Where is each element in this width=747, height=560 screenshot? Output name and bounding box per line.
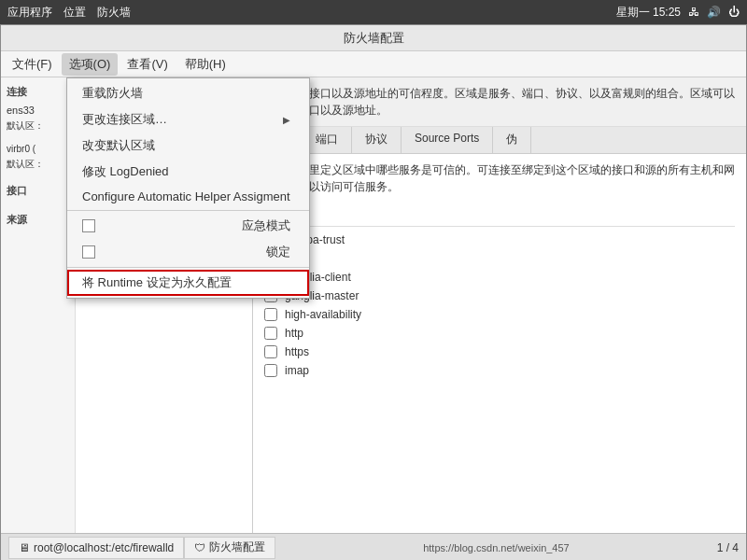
- firewall-menu[interactable]: 防火墙: [97, 5, 131, 21]
- services-column-header: 服务: [264, 203, 735, 227]
- menu-options[interactable]: 选项(O): [62, 53, 119, 76]
- menu-bar: 文件(F) 选项(O) 查看(V) 帮助(H): [1, 51, 746, 77]
- info-description: 络连接、接口以及源地址的可信程度。区域是服务、端口、协议、以及富规则的组合。区域…: [253, 77, 746, 127]
- tab-masquerade[interactable]: 伪: [493, 127, 531, 153]
- dropdown-overlay: 重载防火墙 更改连接区域… ▶ 改变默认区域 修改 LogDenied Conf…: [66, 77, 310, 299]
- system-bar: 应用程序 位置 防火墙 星期一 15:25 🖧 🔊 ⏻: [0, 0, 747, 24]
- terminal-label: root@localhost:/etc/firewalld: [34, 541, 174, 554]
- dropdown-lockdown[interactable]: 锁定: [67, 239, 309, 265]
- service-imap-label: imap: [285, 364, 309, 377]
- dropdown-change-zone[interactable]: 更改连接区域… ▶: [67, 106, 309, 133]
- dropdown-emergency[interactable]: 应急模式: [67, 213, 309, 239]
- menu-help[interactable]: 帮助(H): [177, 53, 233, 76]
- menu-view[interactable]: 查看(V): [120, 53, 175, 76]
- ens33-item[interactable]: ens33: [1, 103, 75, 118]
- main-window: 防火墙配置 文件(F) 选项(O) 查看(V) 帮助(H) 重载防火墙 更改连接…: [0, 24, 747, 560]
- dropdown-change-default[interactable]: 改变默认区域: [67, 133, 309, 159]
- services-panel: 可以在这里定义区域中哪些服务是可信的。可连接至绑定到这个区域的接口和源的所有主机…: [253, 154, 746, 533]
- dropdown-logdenied[interactable]: 修改 LogDenied: [67, 159, 309, 185]
- connection-title: 连接: [1, 81, 75, 103]
- service-high-availability: high-availability: [264, 305, 735, 324]
- service-imap: imap: [264, 361, 735, 380]
- options-dropdown: 重载防火墙 更改连接区域… ▶ 改变默认区域 修改 LogDenied Conf…: [66, 77, 310, 299]
- dropdown-make-permanent[interactable]: 将 Runtime 设定为永久配置: [67, 270, 309, 296]
- right-panel: 络连接、接口以及源地址的可信程度。区域是服务、端口、协议、以及富规则的组合。区域…: [253, 77, 746, 533]
- service-high-availability-checkbox[interactable]: [264, 308, 277, 321]
- dropdown-reload[interactable]: 重载防火墙: [67, 80, 309, 106]
- terminal-icon: 🖥: [19, 541, 30, 554]
- power-icon[interactable]: ⏻: [728, 6, 740, 19]
- service-http-label: http: [285, 327, 303, 340]
- status-url: https://blog.csdn.net/weixin_457: [275, 542, 716, 553]
- location-menu[interactable]: 位置: [63, 5, 86, 21]
- system-bar-right: 星期一 15:25 🖧 🔊 ⏻: [616, 5, 740, 21]
- service-https: https: [264, 343, 735, 361]
- tabs-bar: 服务 端口 协议 Source Ports 伪: [253, 127, 746, 154]
- service-http-checkbox[interactable]: [264, 327, 277, 340]
- lockdown-checkbox[interactable]: [82, 245, 95, 259]
- virbr0-item[interactable]: virbr0 (: [1, 142, 75, 156]
- service-high-availability-label: high-availability: [285, 308, 361, 321]
- default-zone-label1: 默认区：: [1, 118, 75, 134]
- tab-ports[interactable]: 端口: [303, 127, 352, 153]
- service-ftp: ftp: [264, 249, 735, 268]
- service-ganglia-master: ganglia-master: [264, 287, 735, 305]
- app-menu[interactable]: 应用程序: [7, 5, 52, 21]
- firewall-status-label: 防火墙配置: [209, 539, 265, 555]
- tab-source-ports[interactable]: Source Ports: [402, 127, 493, 153]
- default-zone-label2: 默认区：: [1, 156, 75, 173]
- services-description: 可以在这里定义区域中哪些服务是可信的。可连接至绑定到这个区域的接口和源的所有主机…: [264, 161, 735, 195]
- firewall-status[interactable]: 🛡 防火墙配置: [184, 537, 275, 559]
- emergency-checkbox[interactable]: [82, 219, 95, 232]
- service-freeipa-trust: freeipa-trust: [264, 231, 735, 249]
- datetime: 星期一 15:25: [616, 5, 681, 21]
- separator-1: [67, 210, 309, 211]
- service-imap-checkbox[interactable]: [264, 364, 277, 377]
- terminal-status[interactable]: 🖥 root@localhost:/etc/firewalld: [8, 537, 184, 559]
- interface-title: 接口: [1, 180, 75, 202]
- submenu-arrow: ▶: [283, 115, 290, 125]
- separator-2: [67, 267, 309, 268]
- service-http: http: [264, 324, 735, 343]
- volume-icon: 🔊: [707, 6, 721, 19]
- title-bar: 防火墙配置: [1, 25, 746, 51]
- firewall-status-icon: 🛡: [194, 541, 205, 554]
- status-pages: 1 / 4: [717, 541, 739, 554]
- window-title: 防火墙配置: [344, 30, 404, 47]
- menu-file[interactable]: 文件(F): [5, 53, 60, 76]
- service-https-checkbox[interactable]: [264, 345, 277, 358]
- service-ganglia-client: ganglia-client: [264, 268, 735, 287]
- source-title: 来源: [1, 209, 75, 231]
- left-panel: 连接 ens33 默认区： virbr0 ( 默认区： 接口 来源: [1, 77, 76, 533]
- system-bar-left: 应用程序 位置 防火墙: [7, 5, 131, 21]
- network-icon: 🖧: [688, 6, 699, 19]
- dropdown-helper[interactable]: Configure Automatic Helper Assigment: [67, 185, 309, 208]
- status-bar: 🖥 root@localhost:/etc/firewalld 🛡 防火墙配置 …: [1, 533, 746, 560]
- tab-protocols[interactable]: 协议: [352, 127, 402, 153]
- service-https-label: https: [285, 345, 309, 358]
